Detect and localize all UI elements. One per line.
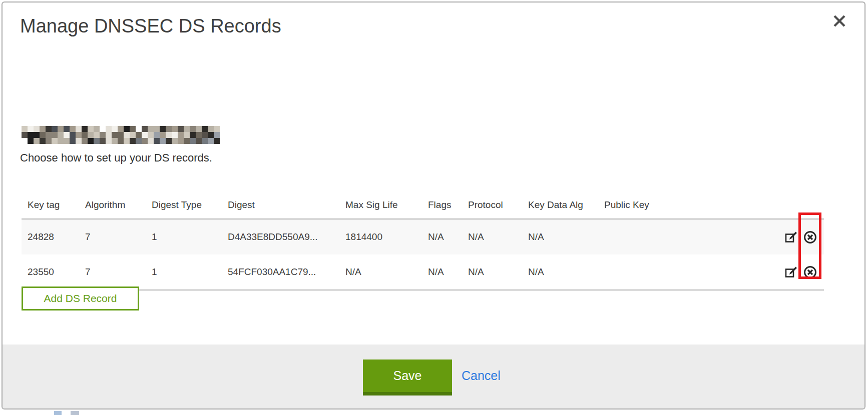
redacted-pixel bbox=[160, 132, 166, 138]
background-page-artifact bbox=[54, 411, 62, 415]
redacted-pixel bbox=[112, 132, 118, 138]
cell-digest: D4A33E8DD550A9... bbox=[222, 219, 339, 254]
cell-digest: 54FCF030AA1C79... bbox=[222, 254, 339, 290]
col-header-key-tag: Key tag bbox=[22, 182, 79, 219]
redacted-pixel bbox=[214, 132, 220, 138]
cell-key-tag: 23550 bbox=[22, 254, 79, 290]
redacted-pixel bbox=[82, 132, 88, 138]
redacted-pixel bbox=[106, 126, 112, 132]
redacted-pixel bbox=[178, 138, 184, 144]
redacted-pixel bbox=[136, 138, 142, 144]
cancel-link[interactable]: Cancel bbox=[462, 368, 501, 383]
redacted-pixel bbox=[58, 138, 64, 144]
dialog-subtitle: Choose how to set up your DS records. bbox=[20, 150, 212, 166]
cell-actions bbox=[776, 254, 824, 290]
col-header-digest-type: Digest Type bbox=[146, 182, 222, 219]
redacted-pixel bbox=[76, 126, 82, 132]
cell-key-tag: 24828 bbox=[22, 219, 79, 254]
manage-dnssec-dialog: Manage DNSSEC DS Records Choose how to s… bbox=[2, 2, 865, 410]
redacted-pixel bbox=[202, 138, 208, 144]
redacted-pixel bbox=[160, 126, 166, 132]
ds-records-table: Key tag Algorithm Digest Type Digest Max… bbox=[22, 182, 824, 290]
redacted-pixel bbox=[28, 126, 34, 132]
redacted-pixel bbox=[118, 138, 124, 144]
edit-icon bbox=[784, 238, 798, 246]
redacted-pixel bbox=[70, 132, 76, 138]
redacted-pixel bbox=[52, 126, 58, 132]
redacted-pixel bbox=[208, 126, 214, 132]
redacted-pixel bbox=[88, 132, 94, 138]
redacted-pixel bbox=[34, 138, 40, 144]
redacted-pixel bbox=[136, 126, 142, 132]
redacted-pixel bbox=[148, 138, 154, 144]
table-row: 24828 7 1 D4A33E8DD550A9... 1814400 N/A … bbox=[22, 219, 824, 254]
redacted-pixel bbox=[64, 132, 70, 138]
redacted-pixel bbox=[208, 138, 214, 144]
redacted-pixel bbox=[166, 138, 172, 144]
redacted-pixel bbox=[34, 132, 40, 138]
redacted-pixel bbox=[214, 138, 220, 144]
add-ds-record-button[interactable]: Add DS Record bbox=[22, 286, 139, 310]
redacted-pixel bbox=[172, 132, 178, 138]
redacted-pixel bbox=[70, 126, 76, 132]
redacted-pixel bbox=[46, 126, 52, 132]
redacted-pixel bbox=[76, 138, 82, 144]
redacted-pixel bbox=[94, 126, 100, 132]
redacted-pixel bbox=[130, 126, 136, 132]
redacted-pixel bbox=[130, 138, 136, 144]
redacted-pixel bbox=[154, 132, 160, 138]
redacted-pixel bbox=[112, 126, 118, 132]
redacted-pixel bbox=[124, 138, 130, 144]
cell-protocol: N/A bbox=[462, 219, 522, 254]
redacted-pixel bbox=[130, 132, 136, 138]
redacted-pixel bbox=[148, 126, 154, 132]
cell-key-data-alg: N/A bbox=[522, 254, 598, 290]
redacted-pixel bbox=[100, 138, 106, 144]
redacted-pixel bbox=[148, 132, 154, 138]
redacted-pixel bbox=[28, 132, 34, 138]
redacted-pixel bbox=[94, 132, 100, 138]
close-button[interactable] bbox=[831, 14, 847, 30]
redacted-pixel bbox=[142, 126, 148, 132]
cell-public-key bbox=[598, 219, 776, 254]
redacted-pixel bbox=[106, 132, 112, 138]
col-header-protocol: Protocol bbox=[462, 182, 522, 219]
redacted-pixel bbox=[142, 132, 148, 138]
redacted-pixel bbox=[52, 132, 58, 138]
redacted-pixel bbox=[124, 132, 130, 138]
cell-actions bbox=[776, 219, 824, 254]
edit-record-button[interactable] bbox=[784, 230, 798, 244]
redacted-pixel bbox=[118, 132, 124, 138]
edit-icon bbox=[784, 273, 798, 280]
redacted-pixel bbox=[196, 132, 202, 138]
redacted-pixel bbox=[64, 138, 70, 144]
redacted-pixel bbox=[22, 138, 28, 144]
delete-record-button[interactable] bbox=[803, 230, 817, 244]
cell-algorithm: 7 bbox=[79, 219, 146, 254]
delete-icon bbox=[803, 273, 817, 280]
redacted-pixel bbox=[202, 132, 208, 138]
redacted-pixel bbox=[118, 126, 124, 132]
redacted-pixel bbox=[166, 132, 172, 138]
delete-record-button[interactable] bbox=[803, 266, 817, 279]
redacted-pixel bbox=[100, 126, 106, 132]
redacted-pixel bbox=[46, 138, 52, 144]
cell-digest-type: 1 bbox=[146, 254, 222, 290]
redacted-pixel bbox=[70, 138, 76, 144]
redacted-pixel bbox=[178, 132, 184, 138]
redacted-pixel bbox=[94, 138, 100, 144]
delete-icon bbox=[803, 238, 817, 246]
edit-record-button[interactable] bbox=[784, 266, 798, 279]
redacted-pixel bbox=[172, 138, 178, 144]
redacted-pixel bbox=[184, 138, 190, 144]
redacted-pixel bbox=[106, 138, 112, 144]
redacted-pixel bbox=[46, 132, 52, 138]
redacted-pixel bbox=[82, 126, 88, 132]
save-button[interactable]: Save bbox=[363, 360, 452, 396]
col-header-key-data-alg: Key Data Alg bbox=[522, 182, 598, 219]
redacted-pixel bbox=[88, 126, 94, 132]
redacted-pixel bbox=[184, 126, 190, 132]
cell-key-data-alg: N/A bbox=[522, 219, 598, 254]
redacted-pixel bbox=[142, 138, 148, 144]
close-icon bbox=[833, 14, 846, 29]
